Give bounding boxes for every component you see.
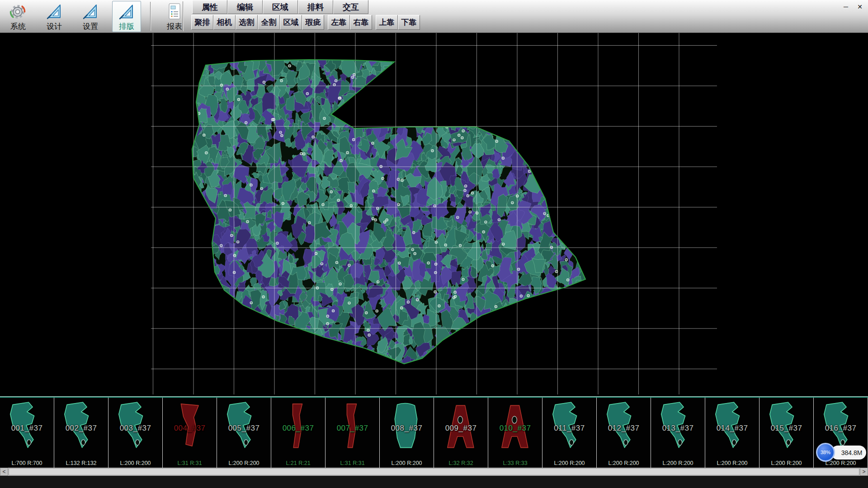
- part-shape: [115, 399, 155, 454]
- part-cell-13[interactable]: 013_#37L:200 R:200: [651, 398, 705, 468]
- part-shape: [223, 399, 263, 454]
- part-cell-7[interactable]: 007_#37L:31 R:31: [326, 398, 380, 468]
- menu-button-5[interactable]: 交互: [333, 0, 368, 14]
- part-shape: [657, 399, 697, 454]
- tool-button-6[interactable]: 瑕疵: [302, 15, 324, 30]
- mode-label: 报表: [167, 21, 182, 32]
- menu-button-2[interactable]: 编辑: [227, 0, 263, 14]
- menu-button-3[interactable]: 区域: [263, 0, 298, 14]
- mode-label: 设计: [47, 21, 62, 32]
- mode-button-4[interactable]: 排版: [112, 1, 141, 32]
- set-square-icon: [45, 2, 63, 21]
- set-square-icon: [118, 2, 136, 21]
- part-counts: L:200 R:200: [108, 460, 162, 466]
- part-cell-14[interactable]: 014_#37L:200 R:200: [705, 398, 760, 468]
- part-shape: [61, 399, 100, 454]
- part-shape: [169, 399, 209, 454]
- part-counts: L:700 R:700: [0, 460, 54, 466]
- mode-label: 排版: [119, 21, 134, 32]
- mode-button-3[interactable]: 设置: [76, 1, 105, 32]
- part-shape: [386, 399, 426, 454]
- part-counts: L:31 R:31: [326, 460, 379, 466]
- menu-button-1[interactable]: 属性: [192, 0, 227, 14]
- tool-button-1[interactable]: 聚排: [191, 15, 213, 30]
- tool-button-3[interactable]: 选割: [236, 15, 258, 30]
- mode-label: 系统: [10, 21, 26, 32]
- part-counts: L:31 R:31: [163, 460, 217, 466]
- part-shape: [603, 399, 643, 454]
- part-shape: [549, 399, 589, 454]
- part-counts: L:200 R:200: [651, 460, 705, 466]
- part-cell-12[interactable]: 012_#37L:200 R:200: [597, 398, 651, 468]
- nest-canvas[interactable]: [151, 33, 717, 394]
- tool-button-2[interactable]: 相机: [213, 15, 236, 30]
- progress-text: 38%: [821, 450, 830, 455]
- scroll-thumb[interactable]: [9, 468, 859, 475]
- tool-button-8[interactable]: 右靠: [350, 15, 372, 30]
- tool-button-10[interactable]: 下靠: [398, 15, 420, 30]
- set-square-icon: [81, 2, 99, 21]
- part-shape: [440, 399, 480, 454]
- part-cell-4[interactable]: 004_#37L:31 R:31: [163, 398, 217, 468]
- part-counts: L:200 R:200: [705, 460, 759, 466]
- mode-button-1[interactable]: 系统: [4, 1, 33, 32]
- part-shape: [278, 399, 317, 454]
- part-counts: L:200 R:200: [380, 460, 434, 466]
- tool-button-5[interactable]: 区域: [280, 15, 302, 30]
- part-cell-1[interactable]: 001_#37L:700 R:700: [0, 398, 54, 468]
- part-shape: [332, 399, 372, 454]
- minimize-button[interactable]: ─: [840, 2, 852, 11]
- bottom-band: [0, 476, 868, 488]
- part-shape: [766, 399, 806, 454]
- tool-row: 聚排相机选割全割区域瑕疵左靠右靠上靠下靠: [191, 15, 420, 30]
- close-button[interactable]: ✕: [854, 2, 866, 11]
- part-shape: [6, 399, 46, 454]
- window-controls: ─ ✕: [840, 2, 866, 11]
- part-cell-2[interactable]: 002_#37L:132 R:132: [54, 398, 108, 468]
- part-cell-3[interactable]: 003_#37L:200 R:200: [108, 398, 163, 468]
- part-counts: L:33 R:33: [488, 460, 542, 466]
- mode-divider: [150, 2, 151, 31]
- tool-button-4[interactable]: 全割: [258, 15, 280, 30]
- mode-buttons: 系统设计设置排版报表: [4, 1, 189, 33]
- part-counts: L:200 R:200: [760, 460, 813, 466]
- part-cell-5[interactable]: 005_#37L:200 R:200: [217, 398, 271, 468]
- tool-button-7[interactable]: 左靠: [328, 15, 350, 30]
- scroll-right-button[interactable]: >: [860, 468, 868, 476]
- part-cell-10[interactable]: 010_#37L:33 R:33: [488, 398, 542, 468]
- tool-button-9[interactable]: 上靠: [376, 15, 398, 30]
- part-cell-9[interactable]: 009_#37L:32 R:32: [434, 398, 488, 468]
- gear-icon: [9, 2, 27, 21]
- part-shape: [712, 399, 751, 454]
- toolbar-divider: [183, 1, 184, 31]
- menu-row: 属性编辑区域排料交互: [192, 0, 368, 14]
- part-counts: L:21 R:21: [271, 460, 325, 466]
- menu-button-4[interactable]: 排料: [298, 0, 333, 14]
- horizontal-scrollbar[interactable]: < >: [0, 468, 868, 476]
- part-counts: L:200 R:200: [542, 460, 596, 466]
- app-window: 系统设计设置排版报表 属性编辑区域排料交互 聚排相机选割全割区域瑕疵左靠右靠上靠…: [0, 0, 868, 488]
- part-cell-11[interactable]: 011_#37L:200 R:200: [542, 398, 597, 468]
- memory-badge: 384.8M: [831, 446, 866, 460]
- part-cell-6[interactable]: 006_#37L:21 R:21: [271, 398, 326, 468]
- memory-text: 384.8M: [841, 449, 863, 456]
- parts-strip: 001_#37L:700 R:700002_#37L:132 R:132003_…: [0, 397, 868, 468]
- part-counts: L:200 R:200: [597, 460, 651, 466]
- part-counts: L:32 R:32: [434, 460, 488, 466]
- part-cell-8[interactable]: 008_#37L:200 R:200: [380, 398, 434, 468]
- progress-badge: 38%: [816, 443, 835, 462]
- mode-button-5[interactable]: 报表: [160, 1, 189, 32]
- toolbar: 系统设计设置排版报表 属性编辑区域排料交互 聚排相机选割全割区域瑕疵左靠右靠上靠…: [0, 0, 868, 33]
- canvas-area[interactable]: [151, 33, 717, 394]
- part-cell-15[interactable]: 015_#37L:200 R:200: [760, 398, 814, 468]
- part-counts: L:132 R:132: [54, 460, 108, 466]
- mode-label: 设置: [83, 21, 98, 32]
- report-icon: [165, 2, 184, 21]
- part-counts: L:200 R:200: [217, 460, 271, 466]
- mode-button-2[interactable]: 设计: [40, 1, 69, 32]
- part-shape: [495, 399, 534, 454]
- scroll-left-button[interactable]: <: [0, 468, 8, 476]
